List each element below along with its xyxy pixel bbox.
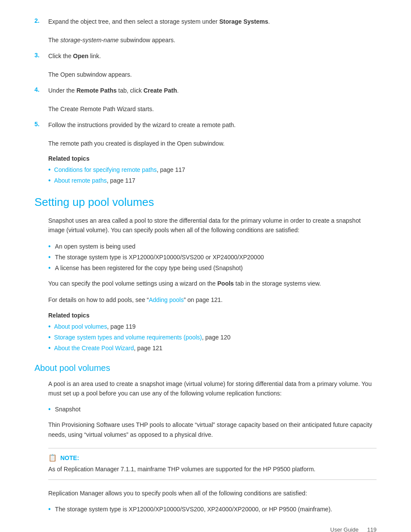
related-topic-2-item-1: About pool volumes, page 119 bbox=[48, 322, 377, 331]
step-2-sub: The storage-system-name subwindow appear… bbox=[48, 36, 377, 45]
pool-volumes-bullets: An open system is being used The storage… bbox=[48, 242, 377, 273]
related-topics-1: Related topics Conditions for specifying… bbox=[48, 155, 377, 185]
step-3-content: Click the Open link. bbox=[48, 52, 377, 63]
page-container: 2. Expand the object tree, and then sele… bbox=[0, 0, 411, 532]
adding-pools-link[interactable]: Adding pools bbox=[149, 296, 184, 303]
about-pool-bullets: Snapshot bbox=[48, 405, 377, 414]
step-2-content: Expand the object tree, and then select … bbox=[48, 17, 377, 29]
footer-label: User Guide bbox=[330, 526, 359, 532]
related-topic-2-item-2: Storage system types and volume requirem… bbox=[48, 333, 377, 342]
pools-tab-text: You can specify the pool volume settings… bbox=[48, 279, 377, 288]
step-4-text: Under the Remote Paths tab, click Create… bbox=[48, 86, 377, 95]
thin-provisioning-text: Thin Provisioning Software uses THP pool… bbox=[48, 420, 377, 439]
pool-bullet-2: The storage system type is XP12000/XP100… bbox=[48, 253, 377, 262]
related-topics-2-list: About pool volumes, page 119 Storage sys… bbox=[48, 322, 377, 353]
conditions-bullets: The storage system type is XP12000/XP100… bbox=[48, 505, 377, 514]
step-5-text: Follow the instructions provided by the … bbox=[48, 121, 377, 130]
pool-volumes-intro: Snapshot uses an area called a pool to s… bbox=[48, 216, 377, 235]
step-number-3: 3. bbox=[34, 52, 48, 59]
conditions-intro: Replication Manager allows you to specif… bbox=[48, 488, 377, 498]
about-pool-heading: About pool volumes bbox=[34, 363, 377, 373]
note-icon: 📋 bbox=[48, 454, 57, 462]
step-2-text: Expand the object tree, and then select … bbox=[48, 17, 377, 26]
note-label: NOTE: bbox=[60, 454, 79, 461]
about-pool-content: A pool is an area used to create a snaps… bbox=[48, 379, 377, 514]
adding-pools-text: For details on how to add pools, see “Ad… bbox=[48, 295, 377, 305]
storage-system-types-link[interactable]: Storage system types and volume requirem… bbox=[54, 333, 202, 342]
conditions-link[interactable]: Conditions for specifying remote paths bbox=[54, 165, 157, 174]
conditions-bullet-1: The storage system type is XP12000/XP100… bbox=[48, 505, 377, 514]
step-number-5: 5. bbox=[34, 121, 48, 128]
about-pool-bullet-1: Snapshot bbox=[48, 405, 377, 414]
step-2: 2. Expand the object tree, and then sele… bbox=[34, 17, 377, 29]
note-box: 📋 NOTE: As of Replication Manager 7.1.1,… bbox=[48, 448, 377, 479]
note-header: 📋 NOTE: bbox=[48, 454, 377, 462]
related-topics-2-header: Related topics bbox=[48, 312, 377, 319]
related-topic-1-item-1: Conditions for specifying remote paths, … bbox=[48, 165, 377, 174]
page-footer: User Guide 119 bbox=[330, 526, 377, 532]
related-topic-2-item-3: About the Create Pool Wizard, page 121 bbox=[48, 344, 377, 353]
step-4-sub: The Create Remote Path Wizard starts. bbox=[48, 105, 377, 114]
step-number-2: 2. bbox=[34, 17, 48, 24]
step-4-content: Under the Remote Paths tab, click Create… bbox=[48, 86, 377, 98]
step-5-content: Follow the instructions provided by the … bbox=[48, 121, 377, 132]
related-topic-1-item-2: About remote paths, page 117 bbox=[48, 176, 377, 185]
about-pool-volumes-link[interactable]: About pool volumes bbox=[54, 322, 107, 331]
step-4: 4. Under the Remote Paths tab, click Cre… bbox=[34, 86, 377, 98]
related-topics-1-list: Conditions for specifying remote paths, … bbox=[48, 165, 377, 185]
pool-bullet-3: A license has been registered for the co… bbox=[48, 264, 377, 273]
step-3-sub: The Open subwindow appears. bbox=[48, 70, 377, 79]
pool-volumes-content: Snapshot uses an area called a pool to s… bbox=[48, 216, 377, 353]
footer-page-number: 119 bbox=[367, 526, 377, 532]
section-pool-volumes-heading: Setting up pool volumes bbox=[34, 196, 377, 209]
related-topics-1-header: Related topics bbox=[48, 155, 377, 162]
step-3: 3. Click the Open link. bbox=[34, 52, 377, 63]
step-3-text: Click the Open link. bbox=[48, 52, 377, 61]
create-pool-wizard-link[interactable]: About the Create Pool Wizard bbox=[54, 344, 134, 353]
step-5: 5. Follow the instructions provided by t… bbox=[34, 121, 377, 132]
pool-bullet-1: An open system is being used bbox=[48, 242, 377, 251]
about-pool-intro: A pool is an area used to create a snaps… bbox=[48, 379, 377, 398]
step-5-sub: The remote path you created is displayed… bbox=[48, 139, 377, 148]
step-number-4: 4. bbox=[34, 86, 48, 93]
about-remote-paths-link[interactable]: About remote paths bbox=[54, 176, 107, 185]
note-text: As of Replication Manager 7.1.1, mainfra… bbox=[48, 464, 377, 474]
